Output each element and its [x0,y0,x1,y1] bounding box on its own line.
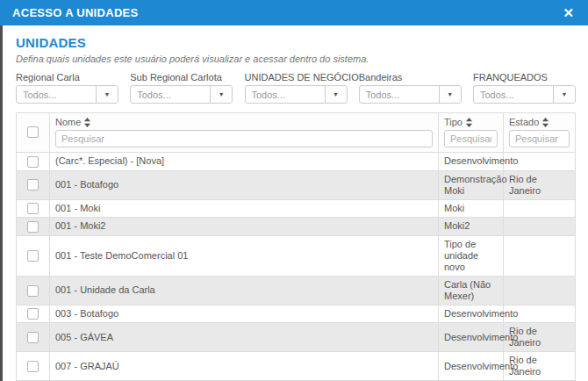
select-value: Todos... [246,86,325,103]
row-checkbox[interactable] [27,332,39,343]
column-label: Tipo [444,117,463,127]
row-checkbox[interactable] [27,361,39,372]
unidades-table: Nome Tipo Estado [16,112,576,381]
chevron-down-icon[interactable]: ▼ [210,86,232,103]
filter-sub-regional-carlota: Sub Regional Carlota Todos... ▼ [130,72,233,104]
table-row[interactable]: 001 - Teste DemoComercial 01 Tipo de uni… [17,235,576,276]
select-all-header [17,113,50,153]
tipo-search-input[interactable] [444,130,498,147]
close-icon[interactable]: ✕ [563,6,574,19]
table-row[interactable]: 001 - Botafogo Demonstração Moki Rio de … [17,170,576,199]
modal-titlebar: ACESSO A UNIDADES ✕ [0,0,588,25]
cell-estado [504,235,576,276]
cell-estado [504,276,576,305]
select-all-checkbox[interactable] [27,126,39,138]
filter-regional-carla: Regional Carla Todos... ▼ [16,72,118,104]
filters-row: Regional Carla Todos... ▼ Sub Regional C… [16,72,576,104]
cell-nome: (Carc*. Especial) - [Nova] [50,153,439,171]
nome-search-input[interactable] [55,130,433,147]
cell-tipo: Desenvolvimento [439,153,504,171]
cell-tipo: Moki2 [439,218,504,236]
cell-estado: Rio de Janeiro [504,352,576,381]
cell-tipo: Desenvolvimento [439,352,504,381]
chevron-down-icon[interactable]: ▼ [439,86,461,103]
chevron-down-icon[interactable]: ▼ [325,86,347,103]
select-value: Todos... [17,86,96,103]
cell-estado: Rio de Janeiro [504,170,576,199]
nome-header[interactable]: Nome [55,115,433,130]
cell-tipo: Tipo de unidade novo [439,235,504,276]
cell-tipo: Carla (Não Mexer) [439,276,504,305]
column-header-tipo: Tipo [439,113,504,153]
regional-carla-select[interactable]: Todos... ▼ [16,85,118,104]
cell-estado: Rio de Janeiro [504,323,576,352]
table-row[interactable]: 003 - Botafogo Desenvolvimento [17,305,576,323]
chevron-down-icon[interactable]: ▼ [96,86,118,103]
filter-label: Bandeiras [359,72,462,83]
cell-nome: 001 - Unidade da Carla [50,276,439,305]
cell-nome: 005 - GÁVEA [50,323,439,352]
tipo-header[interactable]: Tipo [444,115,498,130]
estado-search-input[interactable] [509,130,570,147]
cell-nome: 003 - Botafogo [50,305,439,323]
page-subtitle: Defina quais unidades este usuário poder… [16,54,576,64]
column-label: Estado [509,117,539,127]
chevron-down-icon[interactable]: ▼ [553,86,575,103]
row-checkbox[interactable] [27,285,39,297]
page-background-edge [0,25,3,381]
cell-tipo: Desenvolvimento [439,323,504,352]
cell-nome: 007 - GRAJAÚ [50,352,439,381]
column-header-nome: Nome [50,113,439,153]
select-value: Todos... [474,86,553,103]
cell-nome: 001 - Moki2 [50,218,439,236]
select-value: Todos... [360,86,439,103]
sort-icon[interactable] [466,118,472,127]
page-title: UNIDADES [16,35,576,50]
row-checkbox[interactable] [27,250,39,262]
row-checkbox[interactable] [27,203,39,214]
table-row[interactable]: 001 - Unidade da Carla Carla (Não Mexer) [17,276,576,305]
column-label: Nome [55,117,81,127]
cell-estado [504,199,576,218]
bandeiras-select[interactable]: Todos... ▼ [359,85,462,104]
table-row[interactable]: 007 - GRAJAÚ Desenvolvimento Rio de Jane… [17,352,576,381]
cell-tipo: Desenvolvimento [439,305,504,323]
sort-icon[interactable] [84,118,90,127]
acesso-unidades-modal: ACESSO A UNIDADES ✕ UNIDADES Defina quai… [0,0,588,381]
column-header-estado: Estado [504,113,576,153]
cell-nome: 001 - Teste DemoComercial 01 [50,235,439,276]
row-checkbox[interactable] [27,156,39,168]
filter-label: Regional Carla [16,72,118,83]
table-row[interactable]: 001 - Moki2 Moki2 [17,218,576,236]
filter-bandeiras: Bandeiras Todos... ▼ [359,72,462,104]
table-row[interactable]: 001 - Moki Moki [17,199,576,218]
filter-franqueados: FRANQUEADOS Todos... ▼ [473,72,576,104]
filter-label: Sub Regional Carlota [130,72,233,83]
sort-icon[interactable] [542,118,549,127]
filter-unidades-de-negocio: UNIDADES DE NEGÓCIO Todos... ▼ [245,72,348,104]
cell-tipo: Demonstração Moki [439,170,504,199]
row-checkbox[interactable] [27,179,39,190]
table-row[interactable]: 005 - GÁVEA Desenvolvimento Rio de Janei… [17,323,576,352]
modal-content: UNIDADES Defina quais unidades este usuá… [0,25,588,381]
filter-label: UNIDADES DE NEGÓCIO [245,72,348,83]
modal-title: ACESSO A UNIDADES [12,6,139,19]
franqueados-select[interactable]: Todos... ▼ [473,85,576,104]
sub-regional-carlota-select[interactable]: Todos... ▼ [130,85,233,104]
filter-label: FRANQUEADOS [473,72,576,83]
row-checkbox[interactable] [27,308,39,320]
row-checkbox[interactable] [27,221,39,233]
select-value: Todos... [131,86,210,103]
cell-estado [504,218,576,236]
estado-header[interactable]: Estado [509,115,570,130]
cell-tipo: Moki [439,199,504,218]
unidades-de-negocio-select[interactable]: Todos... ▼ [245,85,348,104]
table-row[interactable]: (Carc*. Especial) - [Nova] Desenvolvimen… [17,153,576,171]
cell-nome: 001 - Botafogo [50,170,439,199]
cell-nome: 001 - Moki [50,199,439,218]
